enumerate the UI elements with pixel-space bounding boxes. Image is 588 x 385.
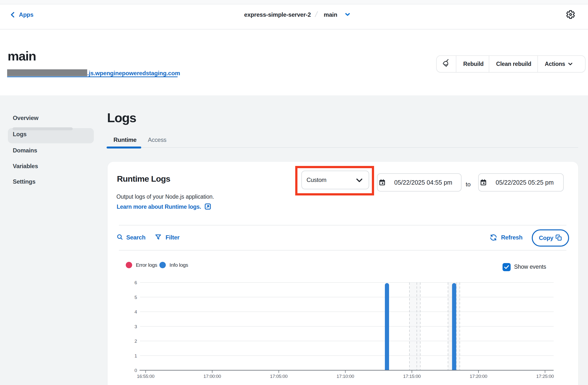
svg-text:17:10:00: 17:10:00 <box>336 374 354 379</box>
svg-text:3: 3 <box>134 324 137 329</box>
svg-text:17:00:00: 17:00:00 <box>203 374 221 379</box>
svg-text:4: 4 <box>134 309 137 315</box>
svg-text:17:05:00: 17:05:00 <box>270 374 288 379</box>
svg-text:2: 2 <box>134 339 137 344</box>
svg-text:5: 5 <box>134 295 137 300</box>
svg-text:17:20:00: 17:20:00 <box>470 374 487 379</box>
svg-text:0: 0 <box>134 368 137 373</box>
svg-text:6: 6 <box>134 280 137 285</box>
svg-text:16:55:00: 16:55:00 <box>137 374 154 379</box>
svg-text:1: 1 <box>134 353 137 359</box>
svg-text:17:25:00: 17:25:00 <box>536 374 554 379</box>
svg-text:17:15:00: 17:15:00 <box>403 374 421 379</box>
